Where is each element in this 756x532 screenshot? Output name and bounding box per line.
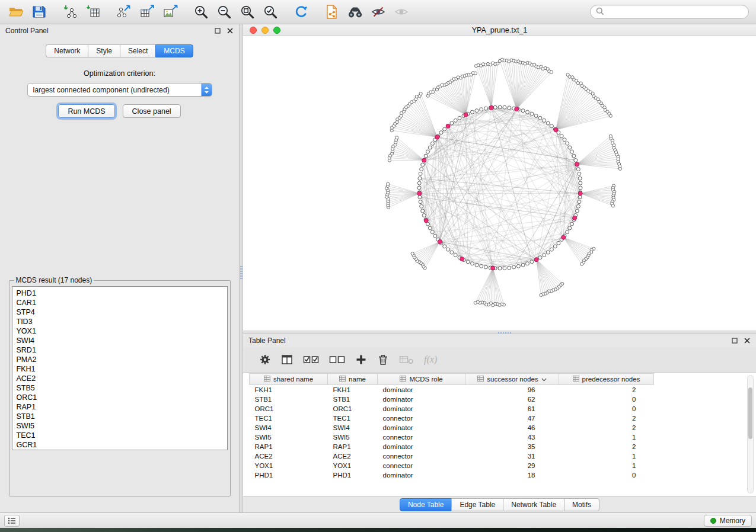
table-cell[interactable]: connector bbox=[378, 451, 465, 461]
table-cell[interactable]: 2 bbox=[559, 423, 654, 432]
table-cell[interactable]: TEC1 bbox=[250, 414, 328, 423]
table-cell[interactable]: 0 bbox=[559, 404, 654, 414]
find-icon[interactable] bbox=[346, 3, 364, 21]
table-settings-icon[interactable] bbox=[259, 354, 271, 366]
table-cell[interactable]: ACE2 bbox=[250, 451, 328, 461]
table-cell[interactable]: dominator bbox=[378, 423, 465, 432]
close-table-panel-icon[interactable] bbox=[744, 337, 751, 344]
table-cell[interactable]: 18 bbox=[465, 470, 559, 480]
table-cell[interactable]: dominator bbox=[378, 404, 465, 414]
mcds-result-node[interactable]: SWI4 bbox=[12, 336, 227, 345]
table-cell[interactable]: YOX1 bbox=[328, 461, 378, 470]
column-header-successor-nodes[interactable]: successor nodes bbox=[465, 374, 559, 385]
table-cell[interactable]: 31 bbox=[465, 451, 559, 461]
table-cell[interactable]: 2 bbox=[559, 414, 654, 423]
table-cell[interactable]: FKH1 bbox=[328, 385, 378, 395]
window-close-button[interactable] bbox=[250, 27, 257, 34]
close-panel-button[interactable]: Close panel bbox=[123, 104, 181, 118]
clear-values-icon[interactable] bbox=[399, 354, 414, 366]
export-table-icon[interactable] bbox=[138, 3, 156, 21]
table-cell[interactable]: 47 bbox=[465, 414, 559, 423]
zoom-fit-icon[interactable] bbox=[238, 3, 256, 21]
mcds-result-node[interactable]: STP4 bbox=[12, 307, 227, 317]
table-cell[interactable]: YOX1 bbox=[250, 461, 328, 470]
table-cell[interactable]: 35 bbox=[465, 442, 559, 451]
function-builder[interactable]: f(x) bbox=[424, 354, 437, 365]
tab-edge-table[interactable]: Edge Table bbox=[451, 498, 503, 511]
network-view-canvas[interactable] bbox=[243, 36, 756, 331]
table-cell[interactable]: dominator bbox=[378, 442, 465, 451]
mcds-result-node[interactable]: SWI5 bbox=[12, 421, 227, 431]
export-image-icon[interactable] bbox=[161, 3, 179, 21]
table-cell[interactable]: dominator bbox=[378, 470, 465, 480]
table-row[interactable]: ORC1ORC1dominator610 bbox=[250, 404, 654, 414]
table-cell[interactable]: RAP1 bbox=[328, 442, 378, 451]
table-cell[interactable]: RAP1 bbox=[250, 442, 328, 451]
table-cell[interactable]: ORC1 bbox=[328, 404, 378, 414]
panel-menu-button[interactable] bbox=[4, 515, 20, 527]
mcds-result-node[interactable]: TID3 bbox=[12, 317, 227, 326]
search-box[interactable] bbox=[590, 5, 749, 19]
table-cell[interactable]: STB1 bbox=[250, 395, 328, 404]
float-table-panel-icon[interactable] bbox=[731, 337, 738, 344]
criterion-select[interactable]: largest connected component (undirected) bbox=[27, 83, 212, 97]
table-cell[interactable]: STB1 bbox=[328, 395, 378, 404]
column-header-shared-name[interactable]: shared name bbox=[250, 374, 328, 385]
import-network-icon[interactable] bbox=[61, 3, 79, 21]
open-folder-icon[interactable] bbox=[7, 3, 25, 21]
table-cell[interactable]: 1 bbox=[559, 461, 654, 470]
table-row[interactable]: FKH1FKH1dominator962 bbox=[250, 385, 654, 395]
table-cell[interactable]: PHD1 bbox=[328, 470, 378, 480]
table-cell[interactable]: dominator bbox=[378, 385, 465, 395]
table-cell[interactable]: 0 bbox=[559, 395, 654, 404]
table-cell[interactable]: 1 bbox=[559, 432, 654, 442]
mcds-result-node[interactable]: STB1 bbox=[12, 412, 227, 421]
column-show-icon[interactable] bbox=[281, 354, 293, 366]
hide-details-icon[interactable] bbox=[369, 3, 387, 21]
mcds-result-node[interactable]: ACE2 bbox=[12, 374, 227, 383]
table-cell[interactable]: 61 bbox=[465, 404, 559, 414]
column-header-predecessor-nodes[interactable]: predecessor nodes bbox=[559, 374, 654, 385]
mcds-result-node[interactable]: CAR1 bbox=[12, 298, 227, 307]
search-input[interactable] bbox=[608, 8, 743, 16]
mcds-result-node[interactable]: FKH1 bbox=[12, 364, 227, 374]
table-row[interactable]: PHD1PHD1dominator180 bbox=[250, 470, 654, 480]
table-cell[interactable]: 43 bbox=[465, 432, 559, 442]
table-cell[interactable]: 1 bbox=[559, 451, 654, 461]
tab-mcds[interactable]: MCDS bbox=[155, 44, 193, 57]
table-row[interactable]: TEC1TEC1connector472 bbox=[250, 414, 654, 423]
tab-network-table[interactable]: Network Table bbox=[503, 498, 564, 511]
table-row[interactable]: YOX1YOX1connector291 bbox=[250, 461, 654, 470]
export-network-icon[interactable] bbox=[115, 3, 133, 21]
mcds-result-list[interactable]: PHD1CAR1STP4TID3YOX1SWI4SRD1PMA2FKH1ACE2… bbox=[12, 286, 228, 450]
tab-network[interactable]: Network bbox=[46, 44, 88, 57]
zoom-in-icon[interactable] bbox=[192, 3, 210, 21]
table-scrollbar-thumb[interactable] bbox=[748, 387, 752, 439]
table-cell[interactable]: 0 bbox=[559, 470, 654, 480]
close-panel-icon[interactable] bbox=[227, 27, 234, 34]
table-cell[interactable]: 46 bbox=[465, 423, 559, 432]
mcds-result-node[interactable]: PHD1 bbox=[12, 289, 227, 298]
tab-select[interactable]: Select bbox=[120, 44, 156, 57]
add-column-icon[interactable] bbox=[355, 354, 367, 366]
import-table-icon[interactable] bbox=[84, 3, 102, 21]
tab-motifs[interactable]: Motifs bbox=[564, 498, 599, 511]
table-cell[interactable]: 62 bbox=[465, 395, 559, 404]
table-cell[interactable]: SWI4 bbox=[250, 423, 328, 432]
delete-column-icon[interactable] bbox=[377, 354, 389, 366]
tab-node-table[interactable]: Node Table bbox=[400, 498, 452, 511]
table-cell[interactable]: TEC1 bbox=[328, 414, 378, 423]
table-cell[interactable]: ORC1 bbox=[250, 404, 328, 414]
zoom-selected-icon[interactable] bbox=[261, 3, 279, 21]
mcds-result-node[interactable]: RAP1 bbox=[12, 402, 227, 412]
mcds-result-node[interactable]: PMA2 bbox=[12, 355, 227, 364]
table-cell[interactable]: 2 bbox=[559, 385, 654, 395]
mcds-result-node[interactable]: ORC1 bbox=[12, 393, 227, 402]
float-panel-icon[interactable] bbox=[214, 27, 221, 34]
mcds-result-node[interactable]: GCR1 bbox=[12, 440, 227, 450]
table-cell[interactable]: connector bbox=[378, 432, 465, 442]
column-header-name[interactable]: name bbox=[328, 374, 378, 385]
table-cell[interactable]: 29 bbox=[465, 461, 559, 470]
mcds-result-node[interactable]: YOX1 bbox=[12, 326, 227, 336]
table-cell[interactable]: SWI5 bbox=[328, 432, 378, 442]
